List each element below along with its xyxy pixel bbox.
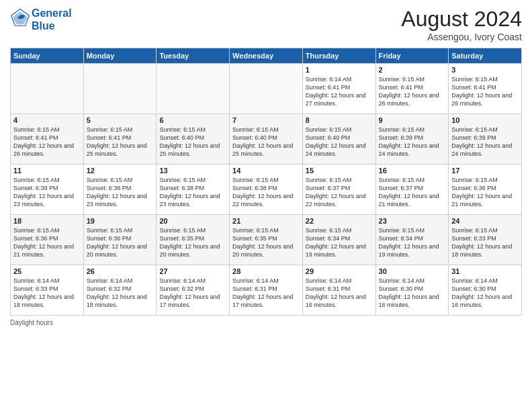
calendar-cell: 3Sunrise: 6:15 AM Sunset: 6:41 PM Daylig…: [449, 64, 522, 114]
day-info: Sunrise: 6:15 AM Sunset: 6:39 PM Dayligh…: [379, 126, 446, 158]
day-info: Sunrise: 6:15 AM Sunset: 6:41 PM Dayligh…: [13, 126, 81, 158]
day-number: 16: [379, 167, 446, 175]
day-number: 12: [87, 167, 154, 175]
day-number: 3: [451, 66, 519, 74]
day-number: 15: [306, 167, 373, 175]
calendar-cell: 4Sunrise: 6:15 AM Sunset: 6:41 PM Daylig…: [11, 114, 84, 165]
calendar-cell: 5Sunrise: 6:15 AM Sunset: 6:41 PM Daylig…: [83, 114, 157, 165]
day-number: 23: [379, 217, 446, 225]
calendar-cell: [157, 64, 230, 114]
day-header-saturday: Saturday: [449, 48, 522, 64]
calendar: SundayMondayTuesdayWednesdayThursdayFrid…: [10, 48, 522, 316]
calendar-cell: 10Sunrise: 6:15 AM Sunset: 6:39 PM Dayli…: [449, 114, 522, 165]
day-info: Sunrise: 6:14 AM Sunset: 6:32 PM Dayligh…: [159, 277, 226, 310]
day-number: 21: [232, 217, 300, 225]
day-number: 20: [159, 217, 226, 225]
calendar-cell: 28Sunrise: 6:14 AM Sunset: 6:31 PM Dayli…: [230, 265, 303, 316]
calendar-cell: 7Sunrise: 6:15 AM Sunset: 6:40 PM Daylig…: [230, 114, 303, 165]
day-number: 8: [306, 116, 373, 124]
day-info: Sunrise: 6:15 AM Sunset: 6:36 PM Dayligh…: [13, 226, 81, 259]
calendar-cell: 26Sunrise: 6:14 AM Sunset: 6:32 PM Dayli…: [83, 265, 157, 316]
day-info: Sunrise: 6:14 AM Sunset: 6:32 PM Dayligh…: [87, 277, 154, 310]
day-info: Sunrise: 6:15 AM Sunset: 6:40 PM Dayligh…: [232, 126, 300, 158]
day-header-tuesday: Tuesday: [157, 48, 230, 64]
calendar-cell: 23Sunrise: 6:15 AM Sunset: 6:34 PM Dayli…: [375, 215, 449, 265]
day-info: Sunrise: 6:15 AM Sunset: 6:34 PM Dayligh…: [379, 226, 446, 259]
day-number: 7: [232, 116, 300, 124]
day-number: 29: [306, 267, 373, 275]
day-header-monday: Monday: [83, 48, 157, 64]
day-header-friday: Friday: [375, 48, 449, 64]
week-row-2: 11Sunrise: 6:15 AM Sunset: 6:39 PM Dayli…: [11, 165, 522, 215]
page: General Blue August 2024 Assengou, Ivory…: [0, 0, 532, 411]
day-info: Sunrise: 6:15 AM Sunset: 6:36 PM Dayligh…: [451, 176, 519, 209]
day-number: 22: [306, 217, 373, 225]
day-number: 18: [13, 217, 81, 225]
footer: Daylight hours: [10, 319, 522, 326]
day-number: 14: [232, 167, 300, 175]
day-info: Sunrise: 6:14 AM Sunset: 6:33 PM Dayligh…: [13, 277, 81, 310]
day-number: 4: [13, 116, 81, 124]
calendar-cell: 30Sunrise: 6:14 AM Sunset: 6:30 PM Dayli…: [375, 265, 449, 316]
week-row-0: 1Sunrise: 6:14 AM Sunset: 6:41 PM Daylig…: [11, 64, 522, 114]
calendar-cell: 25Sunrise: 6:14 AM Sunset: 6:33 PM Dayli…: [11, 265, 84, 316]
logo: General Blue: [10, 7, 72, 32]
day-header-thursday: Thursday: [302, 48, 375, 64]
logo-text: General Blue: [32, 7, 72, 32]
calendar-cell: 19Sunrise: 6:15 AM Sunset: 6:36 PM Dayli…: [83, 215, 157, 265]
day-info: Sunrise: 6:14 AM Sunset: 6:30 PM Dayligh…: [451, 277, 519, 310]
day-number: 11: [13, 167, 81, 175]
calendar-cell: 24Sunrise: 6:15 AM Sunset: 6:33 PM Dayli…: [449, 215, 522, 265]
day-info: Sunrise: 6:15 AM Sunset: 6:33 PM Dayligh…: [451, 226, 519, 259]
calendar-cell: 8Sunrise: 6:15 AM Sunset: 6:40 PM Daylig…: [302, 114, 375, 165]
day-info: Sunrise: 6:15 AM Sunset: 6:37 PM Dayligh…: [306, 176, 373, 209]
day-info: Sunrise: 6:15 AM Sunset: 6:39 PM Dayligh…: [451, 126, 519, 158]
calendar-cell: 31Sunrise: 6:14 AM Sunset: 6:30 PM Dayli…: [449, 265, 522, 316]
calendar-cell: 12Sunrise: 6:15 AM Sunset: 6:38 PM Dayli…: [83, 165, 157, 215]
day-number: 17: [451, 167, 519, 175]
day-info: Sunrise: 6:14 AM Sunset: 6:31 PM Dayligh…: [232, 277, 300, 310]
calendar-cell: 20Sunrise: 6:15 AM Sunset: 6:35 PM Dayli…: [157, 215, 230, 265]
calendar-cell: 13Sunrise: 6:15 AM Sunset: 6:38 PM Dayli…: [157, 165, 230, 215]
day-info: Sunrise: 6:15 AM Sunset: 6:39 PM Dayligh…: [13, 176, 81, 209]
calendar-cell: 27Sunrise: 6:14 AM Sunset: 6:32 PM Dayli…: [157, 265, 230, 316]
day-info: Sunrise: 6:15 AM Sunset: 6:41 PM Dayligh…: [451, 75, 519, 108]
calendar-cell: [11, 64, 84, 114]
day-number: 30: [379, 267, 446, 275]
day-info: Sunrise: 6:15 AM Sunset: 6:37 PM Dayligh…: [379, 176, 446, 209]
day-info: Sunrise: 6:15 AM Sunset: 6:34 PM Dayligh…: [306, 226, 373, 259]
calendar-cell: [230, 64, 303, 114]
day-number: 28: [232, 267, 300, 275]
day-info: Sunrise: 6:15 AM Sunset: 6:35 PM Dayligh…: [232, 226, 300, 259]
calendar-cell: 15Sunrise: 6:15 AM Sunset: 6:37 PM Dayli…: [302, 165, 375, 215]
calendar-cell: 6Sunrise: 6:15 AM Sunset: 6:40 PM Daylig…: [157, 114, 230, 165]
calendar-cell: 29Sunrise: 6:14 AM Sunset: 6:31 PM Dayli…: [302, 265, 375, 316]
day-number: 1: [306, 66, 373, 74]
day-number: 10: [451, 116, 519, 124]
calendar-cell: 21Sunrise: 6:15 AM Sunset: 6:35 PM Dayli…: [230, 215, 303, 265]
day-info: Sunrise: 6:14 AM Sunset: 6:30 PM Dayligh…: [379, 277, 446, 310]
day-info: Sunrise: 6:15 AM Sunset: 6:35 PM Dayligh…: [159, 226, 226, 259]
calendar-cell: 16Sunrise: 6:15 AM Sunset: 6:37 PM Dayli…: [375, 165, 449, 215]
day-number: 5: [87, 116, 154, 124]
day-info: Sunrise: 6:15 AM Sunset: 6:38 PM Dayligh…: [159, 176, 226, 209]
day-number: 6: [159, 116, 226, 124]
month-year: August 2024: [401, 7, 522, 32]
header: General Blue August 2024 Assengou, Ivory…: [10, 7, 522, 42]
day-number: 25: [13, 267, 81, 275]
calendar-cell: 18Sunrise: 6:15 AM Sunset: 6:36 PM Dayli…: [11, 215, 84, 265]
day-number: 31: [451, 267, 519, 275]
calendar-cell: 17Sunrise: 6:15 AM Sunset: 6:36 PM Dayli…: [449, 165, 522, 215]
day-number: 27: [159, 267, 226, 275]
day-number: 26: [87, 267, 154, 275]
calendar-cell: 1Sunrise: 6:14 AM Sunset: 6:41 PM Daylig…: [302, 64, 375, 114]
day-info: Sunrise: 6:14 AM Sunset: 6:41 PM Dayligh…: [306, 75, 373, 108]
day-info: Sunrise: 6:15 AM Sunset: 6:41 PM Dayligh…: [87, 126, 154, 158]
day-info: Sunrise: 6:15 AM Sunset: 6:40 PM Dayligh…: [306, 126, 373, 158]
day-info: Sunrise: 6:15 AM Sunset: 6:41 PM Dayligh…: [379, 75, 446, 108]
day-number: 2: [379, 66, 446, 74]
calendar-cell: 14Sunrise: 6:15 AM Sunset: 6:38 PM Dayli…: [230, 165, 303, 215]
logo-icon: [10, 8, 30, 28]
day-info: Sunrise: 6:15 AM Sunset: 6:40 PM Dayligh…: [159, 126, 226, 158]
day-number: 9: [379, 116, 446, 124]
